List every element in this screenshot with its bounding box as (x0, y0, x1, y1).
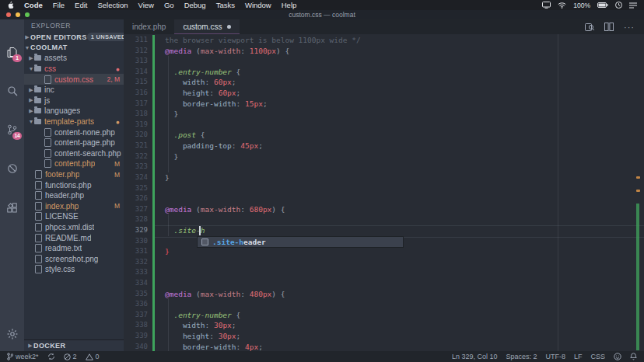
code-line-332[interactable]: 332 (124, 257, 644, 268)
open-editors-section[interactable]: ▶ OPEN EDITORS 1 UNSAVED (24, 32, 124, 43)
code-editor[interactable]: 311the browser viewport is below 1100px … (124, 34, 644, 351)
warning-count[interactable]: 0 (86, 353, 100, 360)
menu-edit[interactable]: Edit (75, 0, 87, 10)
code-line-316[interactable]: 316 height: 60px; (124, 88, 644, 99)
split-editor-icon[interactable] (604, 23, 614, 31)
folder-icon (34, 98, 41, 103)
code-line-334[interactable]: 334 (124, 278, 644, 289)
display-icon[interactable] (542, 2, 551, 9)
code-line-337[interactable]: 337 .entry-number { (124, 310, 644, 321)
code-line-311[interactable]: 311the browser viewport is below 1100px … (124, 35, 644, 46)
tree-item-license[interactable]: LICENSE (24, 211, 124, 222)
menu-list-icon[interactable] (629, 2, 637, 9)
tree-item-style-css[interactable]: style.css (24, 264, 124, 275)
overview-ruler-added-region (636, 204, 639, 350)
workspace-root-coolmat[interactable]: ▼ COOLMAT (24, 43, 124, 54)
code-line-322[interactable]: 322 } (124, 151, 644, 162)
git-branch-indicator[interactable]: week2* (7, 353, 39, 360)
wifi-icon[interactable] (558, 2, 566, 9)
code-line-338[interactable]: 338 width: 30px; (124, 320, 644, 331)
docker-section[interactable]: ▶ DOCKER (24, 339, 124, 351)
status-language-mode[interactable]: CSS (590, 353, 605, 360)
code-line-327[interactable]: 327@media (max-width: 680px) { (124, 204, 644, 215)
tab-index-php[interactable]: index.php (124, 19, 174, 34)
code-line-335[interactable]: 335@media (max-width: 480px) { (124, 289, 644, 300)
menu-selection[interactable]: Selection (97, 0, 128, 10)
code-line-329[interactable]: 329 .site-h (124, 225, 644, 236)
tree-item-css[interactable]: ▼css● (24, 64, 124, 75)
tree-item-inc[interactable]: ▶inc (24, 85, 124, 96)
error-count[interactable]: 2 (64, 353, 77, 360)
tree-item-header-php[interactable]: header.php (24, 190, 124, 201)
status-cursor-position[interactable]: Ln 329, Col 10 (452, 353, 498, 360)
tree-item-readme-md[interactable]: README.md (24, 232, 124, 243)
code-line-325[interactable]: 325 (124, 183, 644, 194)
tree-item-label: readme.txt (45, 244, 82, 252)
line-number: 317 (129, 99, 148, 110)
tree-item-content-none-php[interactable]: content-none.php (24, 127, 124, 137)
menu-tasks[interactable]: Tasks (216, 0, 235, 10)
code-text: border-width: 15px; (165, 99, 268, 110)
tree-item-functions-php[interactable]: functions.php (24, 179, 124, 190)
apple-icon[interactable] (7, 1, 14, 9)
activity-settings-gear-button[interactable] (0, 322, 24, 346)
code-line-340[interactable]: 340 border-width: 4px; (124, 342, 644, 351)
code-line-321[interactable]: 321 padding-top: 45px; (124, 141, 644, 151)
sync-icon[interactable] (47, 353, 55, 360)
code-line-331[interactable]: 331} (124, 246, 644, 257)
code-line-319[interactable]: 319 (124, 120, 644, 131)
tree-item-template-parts[interactable]: ▼template-parts● (24, 117, 124, 127)
code-line-336[interactable]: 336 (124, 299, 644, 310)
tree-item-content-php[interactable]: content.phpM (24, 158, 124, 169)
code-line-312[interactable]: 312@media (max-width: 1100px) { (124, 46, 644, 57)
activity-extensions-button[interactable] (0, 196, 24, 219)
more-actions-icon[interactable]: ··· (624, 23, 635, 32)
tree-item-footer-php[interactable]: footer.phpM (24, 169, 124, 180)
file-icon (35, 202, 42, 211)
tree-item-screenshot-png[interactable]: screenshot.png (24, 253, 124, 264)
menu-code[interactable]: Code (24, 0, 43, 10)
battery-icon[interactable] (597, 2, 608, 8)
status-encoding[interactable]: UTF-8 (545, 353, 565, 360)
code-line-339[interactable]: 339 height: 30px; (124, 331, 644, 342)
code-line-314[interactable]: 314 .entry-number { (124, 67, 644, 78)
code-line-315[interactable]: 315 width: 60px; (124, 77, 644, 88)
status-indent-setting[interactable]: Spaces: 2 (506, 353, 537, 360)
code-line-317[interactable]: 317 border-width: 15px; (124, 99, 644, 110)
code-line-313[interactable]: 313 (124, 56, 644, 67)
activity-debug-button[interactable] (0, 157, 24, 180)
status-eol-setting[interactable]: LF (574, 353, 583, 360)
tree-item-assets[interactable]: ▶assets (24, 53, 124, 64)
activity-explorer-button[interactable]: 1 (0, 40, 24, 64)
code-line-320[interactable]: 320 .post { (124, 130, 644, 141)
activity-search-button[interactable] (0, 79, 24, 103)
tree-item-custom-css[interactable]: custom.css2, M (24, 74, 124, 85)
open-preview-icon[interactable] (585, 23, 594, 32)
feedback-smiley-icon[interactable] (614, 353, 621, 360)
tree-item-js[interactable]: ▶js (24, 96, 124, 106)
tree-item-languages[interactable]: ▶languages (24, 106, 124, 117)
menu-file[interactable]: File (53, 0, 65, 10)
code-line-328[interactable]: 328 (124, 214, 644, 225)
menu-help[interactable]: Help (282, 0, 297, 10)
tree-item-content-search-php[interactable]: content-search.php (24, 148, 124, 159)
code-line-324[interactable]: 324} (124, 172, 644, 183)
menu-view[interactable]: View (138, 0, 154, 10)
menu-go[interactable]: Go (164, 0, 174, 10)
code-line-333[interactable]: 333 (124, 267, 644, 278)
menu-window[interactable]: Window (245, 0, 271, 10)
notifications-bell-icon[interactable] (630, 353, 637, 360)
activity-source-control-button[interactable]: 14 (0, 118, 24, 141)
clock-icon[interactable] (615, 2, 622, 9)
tree-item-index-php[interactable]: index.phpM (24, 201, 124, 212)
code-line-318[interactable]: 318 } (124, 109, 644, 120)
tree-item-content-page-php[interactable]: content-page.php (24, 137, 124, 148)
tree-item-phpcs-xml-dist[interactable]: phpcs.xml.dist (24, 222, 124, 233)
tab-custom-css[interactable]: custom.css (174, 19, 240, 34)
tree-item-readme-txt[interactable]: readme.txt (24, 243, 124, 254)
menu-debug[interactable]: Debug (184, 0, 206, 10)
code-line-323[interactable]: 323 (124, 162, 644, 172)
suggest-widget[interactable]: .site-header (197, 236, 404, 248)
code-line-326[interactable]: 326 (124, 193, 644, 204)
git-status-badge: 2, M (107, 75, 124, 83)
